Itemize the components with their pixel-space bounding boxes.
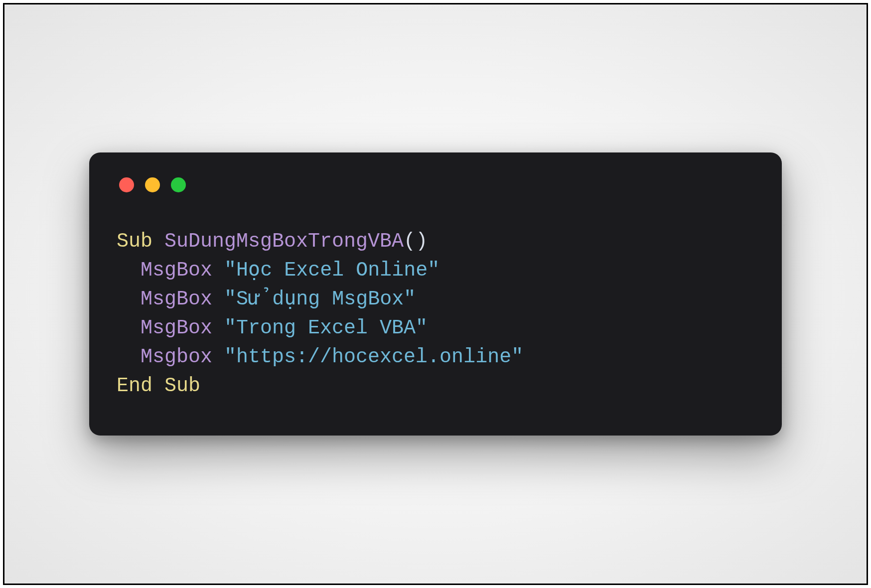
code-line-end: End Sub [117,375,200,397]
string-literal: "Sử dụng MsgBox" [224,288,416,310]
procedure-name: SuDungMsgBoxTrongVBA [164,230,404,253]
call-msgbox: MsgBox [141,259,212,282]
string-literal: "Học Excel Online" [224,259,439,282]
minimize-icon[interactable] [145,177,160,192]
code-window: Sub SuDungMsgBoxTrongVBA() MsgBox "Học E… [89,152,782,436]
traffic-lights [119,177,754,192]
close-icon[interactable] [119,177,134,192]
call-msgbox: Msgbox [141,346,212,368]
call-msgbox: MsgBox [141,288,212,310]
maximize-icon[interactable] [171,177,186,192]
code-block: Sub SuDungMsgBoxTrongVBA() MsgBox "Học E… [117,227,754,401]
call-msgbox: MsgBox [141,317,212,339]
keyword-end-sub: End Sub [117,375,200,397]
paren-close: ) [416,230,428,253]
string-literal: "https://hocexcel.online" [224,346,523,368]
code-line-call: MsgBox "Sử dụng MsgBox" [117,288,416,310]
code-line-call: MsgBox "Học Excel Online" [117,259,439,282]
code-line-call: Msgbox "https://hocexcel.online" [117,346,523,368]
code-line-call: MsgBox "Trong Excel VBA" [117,317,428,339]
string-literal: "Trong Excel VBA" [224,317,428,339]
paren-open: ( [404,230,416,253]
code-line-sub: Sub SuDungMsgBoxTrongVBA() [117,230,428,253]
outer-frame: Sub SuDungMsgBoxTrongVBA() MsgBox "Học E… [3,3,868,585]
keyword-sub: Sub [117,230,152,253]
